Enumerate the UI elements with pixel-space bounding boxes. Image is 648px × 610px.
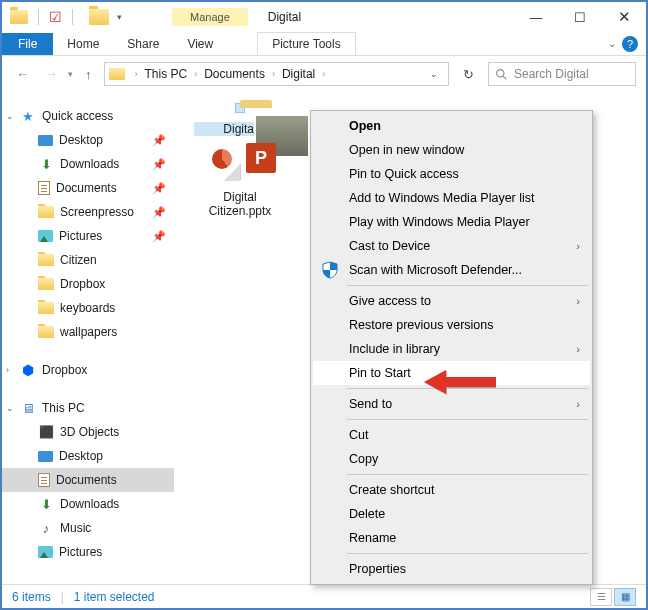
chevron-right-icon[interactable]: › bbox=[272, 69, 275, 79]
music-icon: ♪ bbox=[38, 521, 54, 535]
navigation-bar: ← → ▾ ↑ › This PC › Documents › Digital … bbox=[2, 56, 646, 92]
download-icon: ⬇ bbox=[38, 497, 54, 511]
qat-separator bbox=[38, 9, 39, 25]
nav-downloads[interactable]: ⬇Downloads📌 bbox=[2, 152, 174, 176]
search-icon bbox=[495, 68, 508, 81]
nav-3d-objects[interactable]: ⬛3D Objects bbox=[2, 420, 174, 444]
chevron-right-icon[interactable]: › bbox=[194, 69, 197, 79]
breadcrumb-segment[interactable]: This PC bbox=[145, 67, 188, 81]
ctx-properties[interactable]: Properties bbox=[313, 557, 590, 581]
picture-tools-tab[interactable]: Picture Tools bbox=[257, 32, 355, 55]
home-tab[interactable]: Home bbox=[53, 33, 113, 55]
nav-screenpresso[interactable]: Screenpresso📌 bbox=[2, 200, 174, 224]
nav-desktop[interactable]: Desktop📌 bbox=[2, 128, 174, 152]
nav-desktop2[interactable]: Desktop bbox=[2, 444, 174, 468]
ctx-open[interactable]: Open bbox=[313, 114, 590, 138]
ctx-scan-defender[interactable]: Scan with Microsoft Defender... bbox=[313, 258, 590, 282]
ctx-add-wmp-list[interactable]: Add to Windows Media Player list bbox=[313, 186, 590, 210]
nav-this-pc[interactable]: ⌄🖥This PC bbox=[2, 396, 174, 420]
forward-button[interactable]: → bbox=[40, 66, 62, 82]
ribbon-expand-icon[interactable]: ⌄ bbox=[602, 38, 622, 49]
nav-keyboards[interactable]: keyboards bbox=[2, 296, 174, 320]
ctx-play-wmp[interactable]: Play with Windows Media Player bbox=[313, 210, 590, 234]
nav-dropbox[interactable]: ›⬢Dropbox bbox=[2, 358, 174, 382]
nav-label: This PC bbox=[42, 401, 85, 415]
ctx-cut[interactable]: Cut bbox=[313, 423, 590, 447]
ctx-give-access[interactable]: Give access to› bbox=[313, 289, 590, 313]
nav-label: wallpapers bbox=[60, 325, 117, 339]
nav-quick-access[interactable]: ⌄★Quick access bbox=[2, 104, 174, 128]
breadcrumb-segment[interactable]: Digital bbox=[282, 67, 315, 81]
file-item-pptx[interactable]: P Digital Citizen.pptx bbox=[194, 160, 286, 218]
close-button[interactable]: ✕ bbox=[602, 2, 646, 32]
nav-pictures[interactable]: Pictures📌 bbox=[2, 224, 174, 248]
history-dropdown-icon[interactable]: ▾ bbox=[68, 69, 73, 79]
collapse-icon[interactable]: ⌄ bbox=[6, 403, 14, 413]
nav-label: Downloads bbox=[60, 157, 119, 171]
context-menu: Open Open in new window Pin to Quick acc… bbox=[310, 110, 593, 585]
ctx-pin-quick-access[interactable]: Pin to Quick access bbox=[313, 162, 590, 186]
help-button[interactable]: ? bbox=[622, 36, 638, 52]
chevron-right-icon[interactable]: › bbox=[322, 69, 325, 79]
navigation-pane: ⌄★Quick access Desktop📌 ⬇Downloads📌 Docu… bbox=[2, 92, 174, 582]
nav-label: Music bbox=[60, 521, 91, 535]
ctx-separator bbox=[347, 419, 588, 420]
ctx-include-library[interactable]: Include in library› bbox=[313, 337, 590, 361]
nav-documents2[interactable]: Documents bbox=[2, 468, 174, 492]
chevron-right-icon[interactable]: › bbox=[135, 69, 138, 79]
details-view-button[interactable]: ☰ bbox=[590, 588, 612, 606]
cube-icon: ⬛ bbox=[38, 425, 54, 439]
expand-icon[interactable]: › bbox=[6, 365, 9, 375]
icons-view-button[interactable]: ▦ bbox=[614, 588, 636, 606]
ctx-open-new-window[interactable]: Open in new window bbox=[313, 138, 590, 162]
maximize-button[interactable]: ☐ bbox=[558, 2, 602, 32]
annotation-arrow bbox=[424, 367, 496, 400]
minimize-button[interactable]: — bbox=[514, 2, 558, 32]
ctx-rename[interactable]: Rename bbox=[313, 526, 590, 550]
view-tab[interactable]: View bbox=[173, 33, 227, 55]
ctx-create-shortcut[interactable]: Create shortcut bbox=[313, 478, 590, 502]
collapse-icon[interactable]: ⌄ bbox=[6, 111, 14, 121]
refresh-button[interactable]: ↻ bbox=[455, 67, 482, 82]
ctx-delete[interactable]: Delete bbox=[313, 502, 590, 526]
pc-icon: 🖥 bbox=[20, 401, 36, 415]
nav-music[interactable]: ♪Music bbox=[2, 516, 174, 540]
status-separator: | bbox=[61, 590, 64, 604]
ctx-cast-device[interactable]: Cast to Device› bbox=[313, 234, 590, 258]
file-tab[interactable]: File bbox=[2, 33, 53, 55]
address-dropdown-icon[interactable]: ⌄ bbox=[424, 69, 444, 79]
ctx-restore-versions[interactable]: Restore previous versions bbox=[313, 313, 590, 337]
back-button[interactable]: ← bbox=[12, 66, 34, 82]
nav-label: Dropbox bbox=[42, 363, 87, 377]
nav-documents[interactable]: Documents📌 bbox=[2, 176, 174, 200]
folder-item-digital[interactable]: Digital bbox=[194, 102, 286, 136]
search-placeholder: Search Digital bbox=[514, 67, 589, 81]
nav-label: Desktop bbox=[59, 133, 103, 147]
up-button[interactable]: ↑ bbox=[79, 67, 98, 82]
share-tab[interactable]: Share bbox=[113, 33, 173, 55]
nav-pictures2[interactable]: Pictures bbox=[2, 540, 174, 564]
chevron-right-icon: › bbox=[576, 295, 580, 307]
nav-wallpapers[interactable]: wallpapers bbox=[2, 320, 174, 344]
nav-dropbox-folder[interactable]: Dropbox bbox=[2, 272, 174, 296]
properties-qat-icon[interactable]: ☑ bbox=[49, 9, 62, 25]
address-bar[interactable]: › This PC › Documents › Digital › ⌄ bbox=[104, 62, 450, 86]
qat-dropdown-icon[interactable]: ▾ bbox=[117, 12, 122, 22]
star-icon: ★ bbox=[20, 109, 36, 123]
download-icon: ⬇ bbox=[38, 157, 54, 171]
nav-downloads2[interactable]: ⬇Downloads bbox=[2, 492, 174, 516]
nav-citizen[interactable]: Citizen bbox=[2, 248, 174, 272]
folder-icon bbox=[38, 278, 54, 290]
ribbon-tabs: File Home Share View Picture Tools ⌄ ? bbox=[2, 32, 646, 56]
breadcrumb-segment[interactable]: Documents bbox=[204, 67, 265, 81]
app-icon bbox=[10, 10, 28, 24]
search-box[interactable]: Search Digital bbox=[488, 62, 636, 86]
new-folder-qat-icon[interactable] bbox=[89, 9, 109, 25]
folder-icon bbox=[38, 254, 54, 266]
folder-icon bbox=[38, 326, 54, 338]
ctx-copy[interactable]: Copy bbox=[313, 447, 590, 471]
folder-icon bbox=[38, 302, 54, 314]
dropbox-icon: ⬢ bbox=[20, 363, 36, 377]
nav-label: Documents bbox=[56, 473, 117, 487]
nav-label: Documents bbox=[56, 181, 117, 195]
